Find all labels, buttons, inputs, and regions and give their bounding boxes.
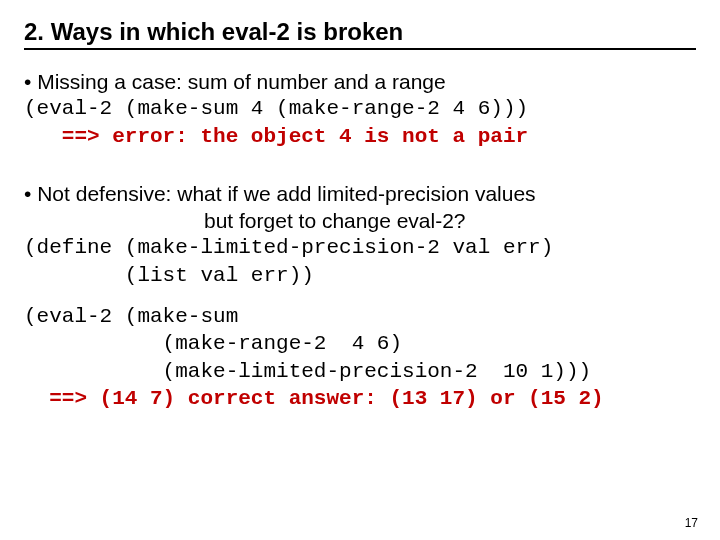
code-eval2-line3: (make-limited-precision-2 10 1)))	[24, 358, 696, 385]
bullet-missing-case: • Missing a case: sum of number and a ra…	[24, 68, 696, 95]
code-eval2-line1: (eval-2 (make-sum	[24, 303, 696, 330]
bullet-not-defensive-line1: • Not defensive: what if we add limited-…	[24, 180, 696, 207]
code-eval2-result: ==> (14 7) correct answer: (13 17) or (1…	[24, 385, 696, 412]
slide-title: 2. Ways in which eval-2 is broken	[24, 18, 696, 50]
code-missing-case-error: ==> error: the object 4 is not a pair	[24, 123, 696, 150]
code-define-line1: (define (make-limited-precision-2 val er…	[24, 234, 696, 261]
code-define-line2: (list val err))	[24, 262, 696, 289]
page-number: 17	[685, 516, 698, 530]
slide: 2. Ways in which eval-2 is broken • Miss…	[0, 0, 720, 540]
bullet-not-defensive-line2: but forget to change eval-2?	[24, 207, 696, 234]
slide-body: • Missing a case: sum of number and a ra…	[24, 68, 696, 412]
code-eval2-line2: (make-range-2 4 6)	[24, 330, 696, 357]
code-missing-case-call: (eval-2 (make-sum 4 (make-range-2 4 6)))	[24, 95, 696, 122]
